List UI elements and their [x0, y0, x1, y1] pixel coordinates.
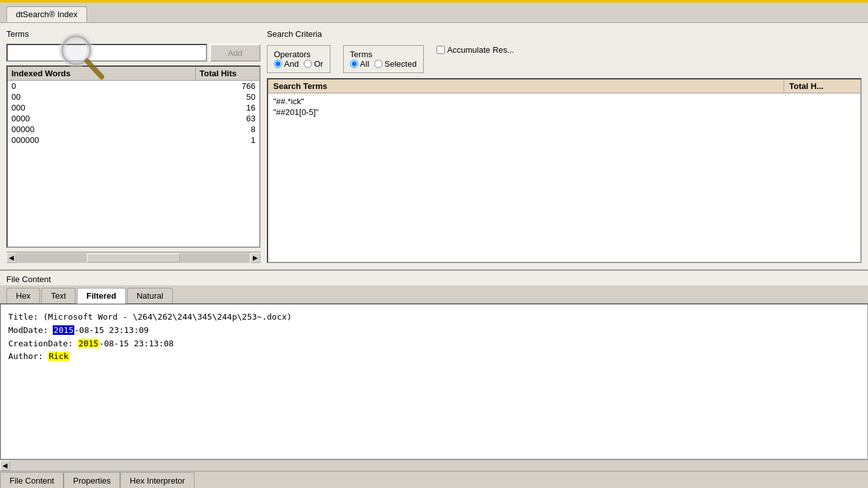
cell-hits: 63 — [196, 113, 259, 124]
bottom-tab-hex-interpretor[interactable]: Hex Interpretor — [120, 472, 194, 488]
terms-all-radio[interactable] — [350, 60, 358, 68]
cell-hits: 1 — [196, 135, 259, 146]
indexed-table-body[interactable]: 07660050000160000630000080000001 — [8, 81, 259, 247]
indexed-row[interactable]: 0050 — [8, 92, 259, 102]
file-content-tab-hex[interactable]: Hex — [6, 288, 40, 303]
creationdate-label: CreationDate: — [8, 339, 78, 348]
terms-selected-option[interactable]: Selected — [374, 59, 417, 69]
upper-panel: Terms Add Indexed Words Total Hits 07 — [0, 23, 868, 271]
scroll-thumb[interactable] — [87, 254, 180, 262]
terms-group: Terms All Selected — [343, 45, 424, 73]
file-creationdate-line: CreationDate: 2015-08-15 23:13:08 — [8, 337, 860, 351]
accumulate-checkbox[interactable] — [437, 46, 445, 54]
scroll-right-arrow[interactable]: ▶ — [250, 253, 261, 263]
file-moddate-line: ModDate: 2015-08-15 23:13:09 — [8, 324, 860, 337]
creationdate-highlight: 2015 — [78, 339, 99, 348]
cell-word: 00000 — [8, 124, 196, 135]
moddate-label: ModDate: — [8, 325, 53, 335]
bottom-tab-properties[interactable]: Properties — [64, 472, 120, 488]
operators-group: Operators And Or — [267, 45, 330, 73]
criteria-top-row: Operators And Or Terms — [267, 45, 862, 73]
terms-selected-label: Selected — [384, 59, 417, 69]
st-col-hits-header: Total H... — [784, 79, 860, 93]
terms-all-option[interactable]: All — [350, 59, 369, 69]
terms-label: Terms — [6, 29, 261, 39]
operator-or-label: Or — [314, 59, 323, 69]
moddate-rest: -08-15 23:13:09 — [74, 325, 149, 335]
terms-group-label: Terms — [350, 50, 417, 59]
author-label: Author: — [8, 351, 48, 361]
search-term-entry: "##201[0-5]" — [273, 107, 855, 118]
terms-selected-radio[interactable] — [374, 60, 383, 68]
search-criteria-section: Search Criteria Operators And Or — [267, 29, 862, 263]
bottom-scroll-left[interactable]: ◀ — [0, 461, 10, 471]
file-content-label: File Content — [0, 271, 868, 285]
tab-bar: dtSearch® Index — [0, 3, 868, 22]
indexed-row[interactable]: 0000001 — [8, 135, 259, 146]
col-total-hits-header: Total Hits — [196, 67, 259, 80]
cell-hits: 50 — [196, 92, 259, 102]
indexed-row[interactable]: 000008 — [8, 124, 259, 135]
file-title-line: Title: (Microsoft Word - \264\262\244\34… — [8, 311, 860, 324]
terms-radio-row: All Selected — [350, 59, 417, 69]
st-col-term-header: Search Terms — [268, 79, 784, 93]
creationdate-rest: -08-15 23:13:08 — [99, 339, 173, 348]
cell-hits: 8 — [196, 124, 259, 135]
cell-word: 000 — [8, 102, 196, 113]
main-content: Terms Add Indexed Words Total Hits 07 — [0, 22, 868, 488]
accumulate-label: Accumulate Res... — [447, 45, 515, 55]
operator-and-radio[interactable] — [274, 60, 282, 68]
bottom-tab-file-content[interactable]: File Content — [0, 472, 64, 488]
file-content-tabs-row: HexTextFilteredNatural — [0, 285, 868, 304]
horizontal-scrollbar[interactable]: ◀ ▶ — [6, 252, 261, 263]
add-button[interactable]: Add — [210, 44, 261, 62]
bottom-hscroll[interactable]: ◀ — [0, 459, 868, 471]
operator-and-label: And — [284, 59, 299, 69]
cell-word: 000000 — [8, 135, 196, 146]
indexed-row[interactable]: 00016 — [8, 102, 259, 113]
operators-radio-row: And Or — [274, 59, 323, 69]
file-content-section: File Content HexTextFilteredNatural Titl… — [0, 271, 868, 488]
search-terms-table: Search Terms Total H... "##.*ick""##201[… — [267, 78, 862, 263]
scroll-left-arrow[interactable]: ◀ — [6, 253, 17, 263]
search-criteria-label: Search Criteria — [267, 29, 862, 39]
cell-word: 0000 — [8, 113, 196, 124]
operator-or-option[interactable]: Or — [304, 59, 323, 69]
search-term-entry: "##.*ick" — [273, 96, 855, 107]
bottom-tabs-row: File ContentPropertiesHex Interpretor — [0, 471, 868, 488]
file-content-tab-text[interactable]: Text — [41, 288, 76, 303]
file-content-tab-natural[interactable]: Natural — [127, 288, 173, 303]
cell-hits: 766 — [196, 81, 259, 92]
operator-or-radio[interactable] — [304, 60, 312, 68]
indexed-words-table: Indexed Words Total Hits 076600500001600… — [6, 65, 261, 248]
indexed-row[interactable]: 0766 — [8, 81, 259, 92]
file-content-tab-filtered[interactable]: Filtered — [77, 288, 126, 304]
terms-all-label: All — [360, 59, 369, 69]
terms-input-row: Add — [6, 44, 261, 62]
cell-word: 00 — [8, 92, 196, 102]
author-highlight: Rick — [48, 351, 69, 361]
indexed-table-header: Indexed Words Total Hits — [8, 67, 259, 81]
col-indexed-words-header: Indexed Words — [8, 67, 196, 80]
file-content-body: Title: (Microsoft Word - \264\262\244\34… — [0, 304, 868, 459]
terms-section: Terms Add Indexed Words Total Hits 07 — [6, 29, 261, 263]
operators-label: Operators — [274, 50, 323, 59]
search-terms-body: "##.*ick""##201[0-5]" — [268, 93, 860, 262]
indexed-row[interactable]: 000063 — [8, 113, 259, 124]
cell-word: 0 — [8, 81, 196, 92]
moddate-highlight: 2015 — [53, 325, 74, 335]
terms-input[interactable] — [6, 44, 207, 62]
main-tab[interactable]: dtSearch® Index — [6, 6, 87, 22]
file-author-line: Author: Rick — [8, 350, 860, 363]
cell-hits: 16 — [196, 102, 259, 113]
search-terms-header: Search Terms Total H... — [268, 79, 860, 93]
operator-and-option[interactable]: And — [274, 59, 299, 69]
accumulate-row: Accumulate Res... — [437, 45, 515, 55]
scroll-track[interactable] — [18, 254, 249, 262]
